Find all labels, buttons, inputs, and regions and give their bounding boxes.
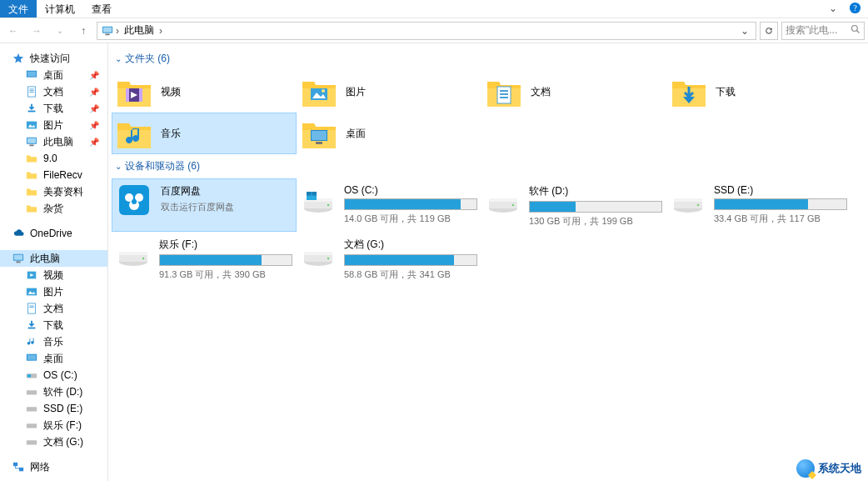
sidebar-quick-access[interactable]: 快速访问 bbox=[0, 50, 107, 67]
drive-stats: 33.4 GB 可用，共 117 GB bbox=[714, 213, 847, 225]
sidebar-pc-downloads[interactable]: 下载 bbox=[0, 317, 107, 333]
sidebar-folder[interactable]: 美赛资料 bbox=[0, 183, 107, 200]
sidebar-item-downloads[interactable]: 下载 📌 bbox=[0, 100, 107, 117]
svg-rect-53 bbox=[312, 131, 327, 140]
sidebar-folder[interactable]: 9.0 bbox=[0, 150, 107, 167]
sidebar-item-label: 文档 (G:) bbox=[43, 435, 83, 449]
drive-stats: 58.8 GB 可用，共 341 GB bbox=[344, 268, 477, 281]
drive-icon bbox=[486, 183, 521, 216]
download-icon bbox=[25, 318, 38, 332]
sidebar-item-thispc[interactable]: 此电脑 📌 bbox=[0, 133, 107, 150]
help-icon[interactable]: ? bbox=[842, 0, 868, 18]
svg-rect-64 bbox=[307, 192, 312, 196]
drive-usage-bar bbox=[344, 254, 477, 266]
svg-rect-36 bbox=[27, 423, 37, 428]
group-drives-header[interactable]: ⌄ 设备和驱动器 (6) bbox=[112, 154, 868, 178]
up-button[interactable]: ↑ bbox=[73, 21, 93, 41]
star-icon bbox=[12, 52, 25, 65]
folder-icon bbox=[25, 202, 38, 215]
sidebar-item-label: 杂货 bbox=[43, 202, 63, 216]
drive-tile[interactable]: 文档 (G:)58.8 GB 可用，共 341 GB bbox=[297, 232, 481, 285]
sidebar-pc-pictures[interactable]: 图片 bbox=[0, 283, 107, 300]
sidebar-network[interactable]: 网络 bbox=[0, 458, 107, 475]
sidebar-pc-desktop[interactable]: 桌面 bbox=[0, 350, 107, 367]
sidebar-drive-c[interactable]: OS (C:) bbox=[0, 367, 107, 383]
desktop-icon bbox=[25, 68, 38, 82]
sidebar-item-label: 美赛资料 bbox=[43, 185, 83, 199]
svg-rect-49 bbox=[500, 93, 508, 95]
folder-tile[interactable]: 桌面 bbox=[297, 113, 481, 154]
drive-win-icon bbox=[25, 368, 38, 382]
svg-rect-20 bbox=[14, 255, 23, 260]
folder-label: 音乐 bbox=[161, 127, 181, 141]
sidebar-drive-g[interactable]: 文档 (G:) bbox=[0, 433, 107, 450]
sidebar-item-pictures[interactable]: 图片 📌 bbox=[0, 117, 107, 133]
drive-name: 文档 (G:) bbox=[344, 238, 477, 252]
doc-icon bbox=[25, 85, 38, 98]
drive-icon bbox=[25, 435, 38, 448]
svg-rect-54 bbox=[316, 142, 322, 144]
sidebar-pc-documents[interactable]: 文档 bbox=[0, 300, 107, 317]
group-folders-header[interactable]: ⌄ 文件夹 (6) bbox=[112, 47, 868, 71]
sidebar-folder[interactable]: 杂货 bbox=[0, 200, 107, 217]
menu-view[interactable]: 查看 bbox=[83, 0, 120, 18]
back-button[interactable]: ← bbox=[3, 21, 23, 41]
sidebar-item-label: 网络 bbox=[30, 460, 50, 474]
sidebar-item-label: 音乐 bbox=[43, 335, 63, 349]
picture-icon bbox=[25, 118, 38, 132]
sidebar-item-label: SSD (E:) bbox=[43, 403, 82, 414]
menu-computer[interactable]: 计算机 bbox=[37, 0, 83, 18]
chevron-down-icon: ⌄ bbox=[115, 162, 122, 171]
drive-tile[interactable]: 软件 (D:)130 GB 可用，共 199 GB bbox=[481, 178, 666, 232]
sidebar-item-label: OneDrive bbox=[30, 228, 72, 239]
sidebar-item-desktop[interactable]: 桌面 📌 bbox=[0, 67, 107, 83]
music-icon bbox=[25, 335, 38, 348]
folder-tile[interactable]: 音乐 bbox=[112, 113, 297, 154]
svg-rect-41 bbox=[126, 88, 129, 102]
drive-tile[interactable]: SSD (E:)33.4 GB 可用，共 117 GB bbox=[666, 178, 851, 232]
sidebar-onedrive[interactable]: OneDrive bbox=[0, 225, 107, 242]
baidu-icon bbox=[116, 183, 152, 216]
folder-tile[interactable]: 视频 bbox=[112, 71, 297, 113]
folder-tile[interactable]: 文档 bbox=[481, 71, 666, 113]
sidebar-drive-e[interactable]: SSD (E:) bbox=[0, 400, 107, 417]
drive-tile[interactable]: OS (C:)14.0 GB 可用，共 119 GB bbox=[297, 178, 481, 232]
address-dropdown-icon[interactable]: ⌄ bbox=[737, 25, 752, 37]
forward-button[interactable]: → bbox=[27, 21, 47, 41]
folder-tile[interactable]: 下载 bbox=[666, 71, 851, 113]
svg-rect-28 bbox=[29, 307, 33, 308]
drive-tile[interactable]: 娱乐 (F:)91.3 GB 可用，共 390 GB bbox=[112, 232, 297, 285]
drive-tile[interactable]: 百度网盘双击运行百度网盘 bbox=[112, 178, 297, 232]
sidebar-folder[interactable]: FileRecv bbox=[0, 167, 107, 183]
sidebar-pc-music[interactable]: 音乐 bbox=[0, 333, 107, 350]
folder-icon bbox=[25, 185, 38, 198]
desktop-folder-icon bbox=[301, 117, 337, 150]
drive-icon bbox=[116, 236, 151, 269]
pin-icon: 📌 bbox=[89, 138, 99, 147]
sidebar-drive-d[interactable]: 软件 (D:) bbox=[0, 383, 107, 400]
doc-icon bbox=[25, 302, 38, 315]
breadcrumb-thispc[interactable]: 此电脑 bbox=[121, 23, 157, 38]
menu-file[interactable]: 文件 bbox=[0, 0, 37, 18]
svg-rect-69 bbox=[489, 198, 517, 202]
ribbon-expand-icon[interactable]: ⌄ bbox=[824, 0, 842, 18]
address-bar[interactable]: › 此电脑 › ⌄ bbox=[97, 22, 756, 40]
menu-bar: 文件 计算机 查看 ⌄ ? bbox=[0, 0, 868, 18]
sidebar-drive-f[interactable]: 娱乐 (F:) bbox=[0, 417, 107, 433]
sidebar-item-documents[interactable]: 文档 📌 bbox=[0, 83, 107, 100]
drive-stats: 130 GB 可用，共 199 GB bbox=[529, 215, 662, 228]
download-icon bbox=[25, 102, 38, 115]
pc-icon bbox=[25, 135, 38, 148]
recent-locations-button[interactable]: ⌄ bbox=[50, 21, 70, 41]
sidebar-thispc[interactable]: 此电脑 bbox=[0, 250, 107, 267]
drive-icon bbox=[25, 402, 38, 415]
drive-name: 百度网盘 bbox=[161, 184, 292, 198]
sidebar-pc-videos[interactable]: 视频 bbox=[0, 267, 107, 283]
search-input[interactable]: 搜索"此电... bbox=[781, 22, 865, 40]
doc-folder-icon bbox=[486, 75, 522, 108]
folder-tile[interactable]: 图片 bbox=[297, 71, 481, 113]
svg-point-46 bbox=[322, 89, 325, 93]
drive-name: SSD (E:) bbox=[714, 184, 847, 196]
drives-grid: 百度网盘双击运行百度网盘OS (C:)14.0 GB 可用，共 119 GB软件… bbox=[112, 178, 868, 285]
refresh-button[interactable] bbox=[760, 22, 778, 40]
